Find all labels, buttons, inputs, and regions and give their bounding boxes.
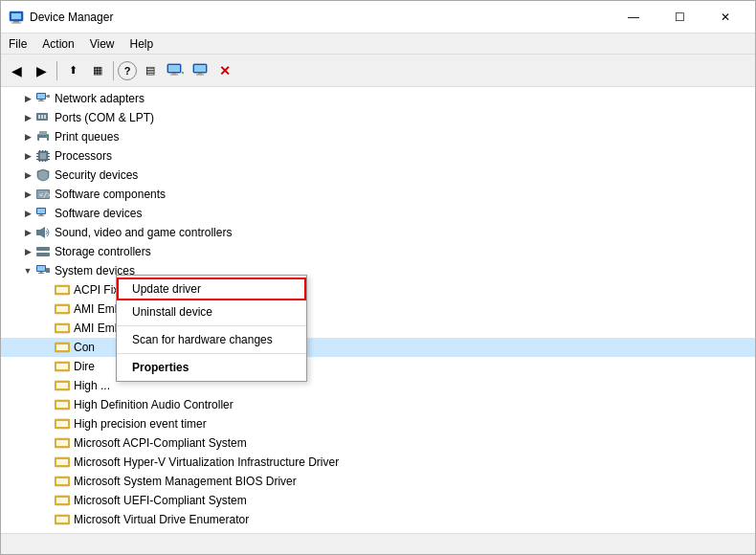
menu-file[interactable]: File <box>1 33 34 54</box>
tree-label-ms-vd: Microsoft Virtual Drive Enumerator <box>74 513 249 526</box>
svg-rect-15 <box>40 100 43 100</box>
tree-item-ms-hyperv[interactable]: Microsoft Hyper-V Virtualization Infrast… <box>1 453 755 472</box>
svg-rect-7 <box>170 74 178 75</box>
svg-rect-56 <box>40 272 43 273</box>
tree-item-ami-2[interactable]: AMI Embedded Controller ... <box>1 319 755 338</box>
tree-label-hd-audio: High Definition Audio Controller <box>74 398 233 411</box>
svg-rect-10 <box>194 65 206 72</box>
icon-ms-vd <box>55 512 70 527</box>
title-bar-icon <box>9 10 24 25</box>
icon-network <box>35 91 51 106</box>
svg-rect-84 <box>56 517 68 522</box>
ctx-uninstall-device[interactable]: Uninstall device <box>117 300 306 323</box>
icon-ms-uefi <box>55 493 70 508</box>
svg-rect-64 <box>56 325 68 331</box>
up-button[interactable]: ⬆ <box>61 59 84 82</box>
tree-label-software-components: Software components <box>55 188 166 201</box>
tree-label-ms-hyperv: Microsoft Hyper-V Virtualization Infrast… <box>74 455 339 469</box>
tree-item-ms-wmi[interactable]: Microsoft Windows Management Interface f… <box>1 529 755 533</box>
svg-rect-78 <box>56 459 68 465</box>
svg-rect-20 <box>38 115 40 119</box>
tree-item-ms-acpi[interactable]: Microsoft ACPI-Compliant System <box>1 433 755 453</box>
svg-rect-80 <box>56 478 68 484</box>
tree-item-sound[interactable]: ▶ Sound, video and game controllers <box>20 223 755 242</box>
icon-security <box>35 167 51 183</box>
tree-panel[interactable]: ▶ Network adapters ▶ Ports (COM & LPT) ▶ <box>1 87 755 533</box>
arrow-processors: ▶ <box>20 148 35 164</box>
svg-rect-34 <box>45 160 46 162</box>
help-button[interactable]: ? <box>118 61 137 80</box>
tree-item-ports[interactable]: ▶ Ports (COM & LPT) <box>20 108 755 127</box>
svg-rect-3 <box>11 22 21 23</box>
svg-rect-14 <box>37 94 45 99</box>
arrow-sound: ▶ <box>20 225 35 240</box>
tree-item-ami-1[interactable]: AMI Embedded Controller ... <box>1 300 755 319</box>
svg-rect-66 <box>56 344 68 350</box>
minimize-button[interactable]: — <box>611 7 656 28</box>
monitor-button[interactable]: ✔ <box>164 59 187 82</box>
svg-rect-74 <box>56 421 68 427</box>
ctx-properties[interactable]: Properties <box>117 356 306 379</box>
tree-item-security-devices[interactable]: ▶ Security devices <box>20 166 755 185</box>
svg-rect-48 <box>36 230 40 235</box>
title-bar: Device Manager — ☐ ✕ <box>1 1 755 33</box>
menu-action[interactable]: Action <box>34 33 81 54</box>
maximize-button[interactable]: ☐ <box>657 7 701 28</box>
svg-rect-46 <box>40 214 43 215</box>
remove-button[interactable]: ✕ <box>213 59 236 82</box>
svg-rect-37 <box>36 159 38 160</box>
svg-text:✔: ✔ <box>181 68 184 77</box>
tree-label-security-devices: Security devices <box>55 168 138 182</box>
scan-button[interactable] <box>189 59 211 82</box>
tree-item-software-devices[interactable]: ▶ Software devices <box>20 204 755 223</box>
ctx-update-driver[interactable]: Update driver <box>117 278 306 300</box>
menu-help[interactable]: Help <box>122 33 162 54</box>
svg-rect-1 <box>11 13 21 19</box>
icon-processors <box>35 148 51 164</box>
tree-label-ms-bios: Microsoft System Management BIOS Driver <box>74 475 297 488</box>
svg-rect-31 <box>45 150 46 152</box>
tree-item-acpi-fixed[interactable]: ACPI Fixed Feature Button <box>1 280 755 300</box>
ctx-scan-hardware[interactable]: Scan for hardware changes <box>117 328 306 351</box>
tree-item-software-components[interactable]: ▶ </> Software components <box>20 185 755 204</box>
svg-rect-6 <box>172 73 176 75</box>
tree-item-high[interactable]: High ... <box>1 376 755 395</box>
svg-rect-51 <box>47 249 49 250</box>
tree-item-hp-timer[interactable]: High precision event timer <box>1 414 755 433</box>
icon-ports <box>35 110 51 125</box>
svg-rect-58 <box>46 268 50 273</box>
menu-view[interactable]: View <box>82 33 122 54</box>
icon-storage <box>35 244 51 259</box>
tree-item-hd-audio[interactable]: High Definition Audio Controller <box>1 395 755 414</box>
close-button[interactable]: ✕ <box>703 7 747 28</box>
tree-label-sound: Sound, video and game controllers <box>55 226 232 239</box>
svg-rect-40 <box>48 159 50 160</box>
tree-item-dire[interactable]: Dire <box>1 357 755 376</box>
svg-rect-36 <box>36 156 38 157</box>
tree-item-ms-vd[interactable]: Microsoft Virtual Drive Enumerator <box>1 510 755 529</box>
tree-item-ms-uefi[interactable]: Microsoft UEFI-Compliant System <box>1 491 755 510</box>
tree-item-con[interactable]: Con <box>1 338 755 357</box>
back-button[interactable]: ◀ <box>5 59 28 82</box>
tree-item-print-queues[interactable]: ▶ Print queues <box>20 127 755 146</box>
view-button[interactable]: ▦ <box>86 59 109 82</box>
ctx-separator <box>117 325 306 326</box>
tree-item-storage[interactable]: ▶ Storage controllers <box>20 242 755 261</box>
tree-label-dire: Dire <box>74 360 95 373</box>
svg-rect-26 <box>46 136 48 138</box>
tree-item-processors[interactable]: ▶ Processors <box>20 146 755 166</box>
svg-rect-39 <box>48 156 50 157</box>
icon-acpi-fixed <box>55 282 70 298</box>
arrow-network: ▶ <box>20 91 35 106</box>
forward-button[interactable]: ▶ <box>30 59 53 82</box>
svg-rect-45 <box>37 209 45 213</box>
svg-rect-17 <box>47 95 50 98</box>
icon-software-devices <box>35 206 51 221</box>
tree-item-network-adapters[interactable]: ▶ Network adapters <box>20 89 755 108</box>
icon-high <box>55 378 70 393</box>
svg-rect-72 <box>56 402 68 408</box>
context-menu: Update driver Uninstall device Scan for … <box>116 275 307 382</box>
svg-rect-2 <box>13 21 19 23</box>
properties-button[interactable]: ▤ <box>139 59 162 82</box>
tree-item-ms-bios[interactable]: Microsoft System Management BIOS Driver <box>1 472 755 491</box>
